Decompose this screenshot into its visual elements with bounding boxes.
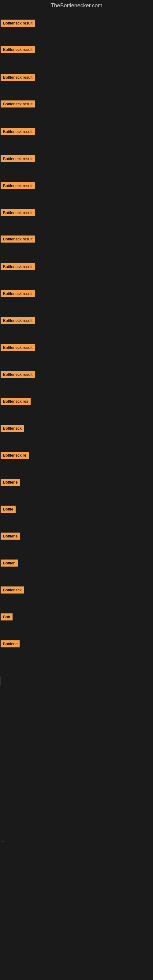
bottleneck-result-item[interactable]: Bottleneck result bbox=[1, 235, 35, 243]
ellipsis-indicator: ... bbox=[1, 838, 4, 843]
bottleneck-result-item[interactable]: Bottleneck result bbox=[1, 20, 35, 27]
bottleneck-result-item[interactable]: Bottle bbox=[1, 506, 16, 513]
bottleneck-result-item[interactable]: Bottleneck res bbox=[1, 398, 30, 405]
bottleneck-result-item[interactable]: Bottleneck result bbox=[1, 46, 35, 53]
bottleneck-result-item[interactable]: Bott bbox=[1, 613, 13, 620]
bottleneck-result-item[interactable]: Bottlene bbox=[1, 479, 20, 486]
bottleneck-result-item[interactable]: Bottleneck result bbox=[1, 263, 35, 270]
bottleneck-result-item[interactable]: Bottleneck result bbox=[1, 155, 35, 162]
bottleneck-result-item[interactable]: Bottleneck result bbox=[1, 371, 35, 378]
bottleneck-result-item[interactable]: Bottleneck re bbox=[1, 452, 29, 459]
bottleneck-result-item[interactable]: Bottleneck result bbox=[1, 100, 35, 108]
bottleneck-result-item[interactable]: Bottlene bbox=[1, 533, 20, 539]
bottleneck-result-item[interactable]: Bottleneck result bbox=[1, 209, 35, 216]
bottleneck-result-item[interactable]: Bottleneck bbox=[1, 425, 24, 432]
bottleneck-result-item[interactable]: Bottleneck result bbox=[1, 317, 35, 324]
text-cursor bbox=[1, 676, 1, 685]
bottleneck-result-item[interactable]: Bottleneck bbox=[1, 587, 24, 593]
bottleneck-result-item[interactable]: Bottleneck result bbox=[1, 128, 35, 135]
bottleneck-result-item[interactable]: Bottlen bbox=[1, 560, 18, 566]
bottleneck-result-item[interactable]: Bottleneck result bbox=[1, 290, 35, 297]
site-title: TheBottlenecker.com bbox=[0, 0, 153, 11]
bottleneck-result-item[interactable]: Bottleneck result bbox=[1, 182, 35, 189]
bottleneck-result-item[interactable]: Bottlene bbox=[1, 640, 19, 648]
bottleneck-result-item[interactable]: Bottleneck result bbox=[1, 344, 35, 351]
bottleneck-result-item[interactable]: Bottleneck result bbox=[1, 74, 35, 81]
